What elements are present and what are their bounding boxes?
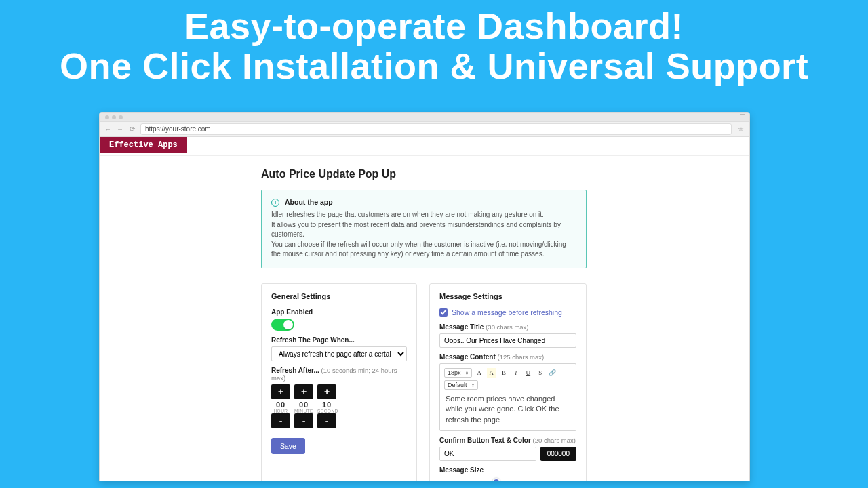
minute-plus-button[interactable]: +: [294, 384, 313, 399]
time-steppers: + 00 HOUR - + 00 MINUTE - + 10 SECON: [271, 384, 407, 428]
hour-value: 00: [271, 399, 290, 409]
app-enabled-toggle[interactable]: [271, 319, 294, 331]
second-minus-button[interactable]: -: [317, 413, 336, 428]
show-message-checkbox[interactable]: [439, 308, 448, 317]
expand-icon[interactable]: [740, 114, 745, 119]
general-save-button[interactable]: Save: [271, 438, 305, 454]
app-enabled-label: App Enabled: [271, 308, 407, 316]
general-heading: General Settings: [271, 292, 407, 300]
rich-text-editor: 18px A A B I U S 🔗 Default Some room pri…: [439, 363, 576, 431]
hour-unit: HOUR: [271, 409, 290, 413]
minute-unit: MINUTE: [294, 409, 313, 413]
link-icon[interactable]: 🔗: [548, 368, 557, 378]
app-header: Effective Apps: [100, 137, 749, 156]
url-field[interactable]: https://your-store.com: [140, 123, 732, 135]
confirm-color-swatch[interactable]: 000000: [540, 447, 576, 461]
marketing-banner: Easy-to-operate Dashboard! One Click Ins…: [0, 7, 868, 85]
refresh-after-label: Refresh After... (10 seconds min; 24 hou…: [271, 367, 407, 382]
about-app-callout: i About the app Idler refreshes the page…: [261, 190, 587, 268]
message-content-label: Message Content (125 chars max): [439, 353, 576, 361]
hour-plus-button[interactable]: +: [271, 384, 290, 399]
about-text-2: It allows you to present the most recent…: [271, 220, 576, 240]
refresh-when-select[interactable]: Always refresh the page after a certain …: [271, 346, 407, 361]
nav-forward-icon[interactable]: →: [116, 125, 124, 133]
window-titlebar: [100, 113, 749, 122]
show-message-checkbox-row[interactable]: Show a message before refreshing: [439, 308, 576, 317]
strike-icon[interactable]: S: [536, 368, 545, 378]
message-size-label: Message Size: [439, 466, 576, 474]
message-size-slider[interactable]: [439, 481, 576, 481]
highlight-icon[interactable]: A: [487, 368, 496, 378]
nav-reload-icon[interactable]: ⟳: [128, 125, 136, 133]
confirm-text-input[interactable]: [439, 447, 536, 461]
rte-toolbar: 18px A A B I U S 🔗: [444, 368, 572, 378]
banner-line-1: Easy-to-operate Dashboard!: [0, 7, 868, 45]
hour-minus-button[interactable]: -: [271, 413, 290, 428]
second-plus-button[interactable]: +: [317, 384, 336, 399]
second-unit: SECOND: [317, 409, 336, 413]
nav-back-icon[interactable]: ←: [104, 125, 112, 133]
about-text-3: You can choose if the refresh will occur…: [271, 240, 576, 260]
font-color-icon[interactable]: A: [475, 368, 484, 378]
traffic-light-min-icon[interactable]: [112, 115, 116, 119]
brand-logo[interactable]: Effective Apps: [100, 137, 187, 153]
general-settings-card: General Settings App Enabled Refresh The…: [261, 283, 417, 481]
minute-minus-button[interactable]: -: [294, 413, 313, 428]
underline-icon[interactable]: U: [524, 368, 533, 378]
info-icon: i: [271, 199, 279, 207]
message-settings-card: Message Settings Show a message before r…: [429, 283, 587, 481]
traffic-light-close-icon[interactable]: [105, 115, 109, 119]
confirm-label: Confirm Button Text & Color (20 chars ma…: [439, 436, 576, 444]
italic-icon[interactable]: I: [511, 368, 521, 378]
message-title-label: Message Title (30 chars max): [439, 323, 576, 331]
banner-line-2: One Click Installation & Universal Suppo…: [0, 47, 868, 85]
font-family-select[interactable]: Default: [444, 380, 478, 390]
message-title-input[interactable]: [439, 333, 576, 348]
show-message-label: Show a message before refreshing: [452, 308, 562, 317]
minute-value: 00: [294, 399, 313, 409]
message-heading: Message Settings: [439, 292, 576, 300]
refresh-when-label: Refresh The Page When...: [271, 336, 407, 344]
address-bar: ← → ⟳ https://your-store.com ☆: [100, 122, 749, 137]
rte-body[interactable]: Some room prices have changed while you …: [444, 392, 572, 426]
about-text-1: Idler refreshes the page that customers …: [271, 210, 576, 220]
bookmark-star-icon[interactable]: ☆: [736, 125, 745, 133]
page-content: Auto Price Update Pop Up i About the app…: [100, 156, 588, 481]
page-title: Auto Price Update Pop Up: [261, 168, 588, 180]
font-size-select[interactable]: 18px: [444, 368, 472, 378]
bold-icon[interactable]: B: [499, 368, 509, 378]
second-value: 10: [317, 399, 336, 409]
browser-window: ← → ⟳ https://your-store.com ☆ Effective…: [99, 112, 750, 481]
about-heading: About the app: [285, 197, 333, 207]
traffic-light-max-icon[interactable]: [119, 115, 123, 119]
